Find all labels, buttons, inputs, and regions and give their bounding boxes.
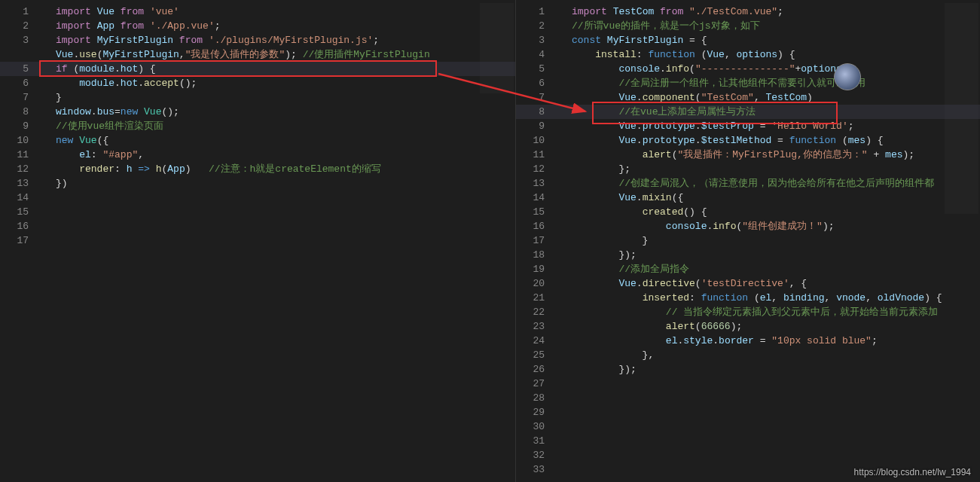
line-number: 7 [516,90,545,105]
code-token: import [56,20,91,32]
code-line[interactable]: //使用vue组件渲染页面 [56,119,515,133]
code-token: console [618,63,660,75]
code-line[interactable]: import TestCom from "./TestCom.vue"; [572,5,980,19]
code-token: alert [643,149,672,160]
code-line[interactable]: el: "#app", [56,148,515,162]
code-line[interactable]: //全局注册一个组件，让其他组件不需要引入就可以调用 [572,76,980,90]
code-token: use [79,49,96,60]
code-token [572,292,643,304]
code-token: ) [185,163,209,175]
code-token: Vue [79,135,96,146]
code-token: window [56,106,91,117]
line-number: 32 [516,448,545,462]
code-token [91,35,97,46]
code-line[interactable]: } [56,90,515,105]
code-token: , [771,292,783,304]
code-token: => [138,163,150,175]
code-token: mixin [643,192,672,203]
code-token: (); [179,78,197,89]
code-token: ); [731,321,743,332]
code-token: ; [777,6,783,17]
code-token [203,35,209,46]
code-token: }) [56,178,68,189]
code-line[interactable]: Vue.directive('testDirective', { [572,276,980,291]
line-number: 24 [516,334,545,348]
code-token: mes [848,135,866,146]
code-line[interactable]: //创建全局混入，（请注意使用，因为他会给所有在他之后声明的组件都 [572,176,980,191]
line-number: 14 [0,191,29,205]
avatar [834,63,861,90]
code-line[interactable]: }) [56,176,515,191]
line-number [0,47,29,62]
code-token [654,6,660,17]
line-gutter-left: 123 567891011121314151617 [0,0,42,482]
code-line[interactable]: alert("我是插件：MyFirstPlug,你的信息为：" + mes); [572,148,980,162]
code-token: ) { [924,292,942,304]
code-line[interactable]: inserted: function (el, binding, vnode, … [572,291,980,305]
code-line[interactable]: Vue.prototype.$testlMethod = function (m… [572,133,980,148]
code-line[interactable]: const MyFirstPlugin = { [572,33,980,47]
code-token: alert [666,321,695,332]
code-line[interactable]: el.style.border = "10px solid blue"; [572,334,980,348]
code-line[interactable]: } [572,233,980,248]
line-number: 19 [516,262,545,276]
code-line[interactable]: }, [572,348,980,362]
line-number: 16 [0,219,29,233]
code-line[interactable]: install: function (Vue, options) { [572,47,980,62]
code-token: // 当指令绑定元素插入到父元素中后，就开始给当前元素添加 [666,307,938,318]
code-token [572,49,595,60]
code-line[interactable]: import MyFirstPlugin from './plugins/MyF… [56,33,515,47]
code-token [572,78,618,89]
line-number: 18 [516,248,545,262]
code-line[interactable]: //所谓vue的插件，就是一个js对象，如下 [572,19,980,33]
code-line[interactable]: import App from './App.vue'; [56,19,515,33]
code-token: //使用vue组件渲染页面 [56,120,163,132]
code-line[interactable]: created() { [572,205,980,219]
code-area-right[interactable]: import TestCom from "./TestCom.vue";//所谓… [558,0,980,482]
minimap-right[interactable] [945,3,978,214]
code-token: . [695,135,701,146]
code-token [683,6,689,17]
code-line[interactable]: console.info("组件创建成功！"); [572,219,980,233]
code-token: Vue [618,192,636,203]
code-token: ) { [777,49,795,60]
code-token: ( [836,135,848,146]
minimap-left[interactable] [480,3,514,93]
line-number: 21 [516,291,545,305]
code-token: function [701,292,748,304]
line-number: 17 [0,233,29,248]
code-token: }; [572,163,630,175]
code-line[interactable]: }; [572,162,980,176]
code-token: const [572,35,601,46]
code-token: ( [695,321,701,332]
code-line[interactable]: // 当指令绑定元素插入到父元素中后，就开始给当前元素添加 [572,305,980,319]
line-number: 10 [0,133,29,148]
code-line[interactable]: new Vue({ [56,133,515,148]
editor-pane-right[interactable]: 1234567891011121314151617181920212223242… [516,0,980,482]
line-number: 27 [516,377,545,391]
annotation-box-left [39,60,437,77]
code-token: , { [789,278,807,289]
code-line[interactable]: window.bus=new Vue(); [56,105,515,119]
watermark-text: https://blog.csdn.net/lw_1994 [854,467,971,477]
code-token: //注意：h就是createElement的缩写 [209,163,381,175]
code-line[interactable]: console.info("---------------"+options); [572,62,980,76]
code-line[interactable]: }); [572,248,980,262]
code-token: Vue [707,49,724,60]
code-token: . [91,106,97,117]
code-token: options [736,49,777,60]
code-line[interactable]: module.hot.accept(); [56,76,515,90]
line-number: 12 [516,162,545,176]
code-token: = [114,106,121,117]
code-line[interactable]: Vue.mixin({ [572,191,980,205]
code-token: = [771,135,789,146]
line-number: 11 [0,148,29,162]
code-token: mes [885,149,902,160]
code-line[interactable]: }); [572,362,980,377]
code-line[interactable]: //添加全局指令 [572,262,980,276]
code-token [56,163,79,175]
code-line[interactable]: alert(66666); [572,319,980,334]
code-token: border [719,335,754,346]
code-line[interactable]: import Vue from 'vue' [56,5,515,19]
code-line[interactable]: render: h => h(App) //注意：h就是createElemen… [56,162,515,176]
